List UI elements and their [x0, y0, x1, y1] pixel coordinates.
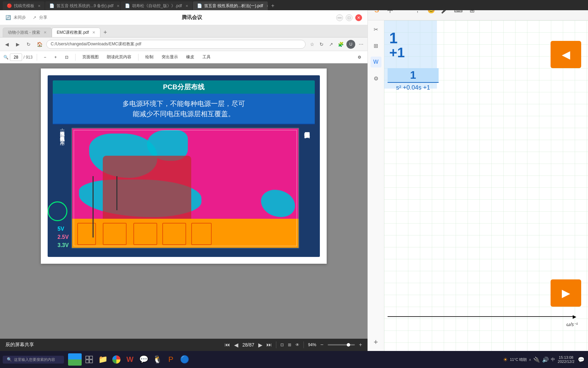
taskbar-apps: 📁 W 💬 🐧 P 🔵 — [68, 353, 191, 366]
tray-volume-icon[interactable]: 🔊 — [542, 356, 549, 363]
tencent-maximize[interactable]: □ — [346, 14, 353, 21]
taskbar-task-view[interactable] — [83, 353, 95, 366]
outer-tab-4[interactable]: 📄 笛五音 线性系统的...析法(一).pdf ✕ — [193, 1, 268, 10]
separator-2 — [75, 54, 76, 61]
bookmark-icon[interactable]: ☆ — [308, 41, 316, 48]
draw-btn[interactable]: 绘制 — [143, 53, 156, 61]
settings-btn[interactable]: ⚙ — [355, 54, 364, 60]
fit-btn[interactable]: ⊡ — [62, 54, 71, 60]
tencent-minimize[interactable]: — — [336, 14, 343, 21]
nav-next-btn[interactable]: ▶ — [258, 342, 262, 348]
tab4-close[interactable]: ✕ — [266, 4, 268, 8]
nav-prev-btn[interactable]: ◀ — [234, 342, 238, 348]
slide-title: PCB分层布线 — [163, 83, 205, 91]
address-input[interactable]: C:/Users/changedai/Downloads/EMC课程教案.pdf — [46, 40, 306, 49]
pdf-page: PCB分层布线 多电源环境下，不能每种电源一层，尽可 能减少不同电压电源层相互覆… — [41, 68, 327, 264]
tab1-close[interactable]: ✕ — [38, 4, 40, 8]
tab-emc-label: EMC课程教案.pdf — [57, 30, 89, 35]
taskbar-explorer[interactable]: 📁 — [97, 353, 109, 366]
weather-sun-icon: ☀ — [503, 356, 508, 363]
view-icon[interactable]: 👁 — [295, 342, 299, 347]
pdf-page-input[interactable] — [10, 53, 22, 61]
profile-avatar[interactable]: U — [346, 40, 355, 49]
nav-back[interactable]: ◀ — [3, 40, 11, 48]
taskbar-search[interactable]: 🔍 这里输入您要搜索的内容 — [3, 356, 64, 364]
tab2-label: 笛五音 线性系统的...9 备份).pdf — [56, 3, 113, 9]
tab2-close[interactable]: ✕ — [117, 4, 119, 8]
fit-page-btn[interactable]: ⊡ — [280, 342, 284, 347]
tray-input-icon[interactable]: 中 — [551, 357, 555, 363]
pdf-search-icon[interactable]: 🔍 — [3, 55, 9, 60]
tab3-close[interactable]: ✕ — [185, 4, 188, 8]
voltage-33v: 3.3V — [58, 242, 69, 248]
weather-temp: 11°C 晴朗 — [510, 357, 527, 362]
rs-compare-icon[interactable]: ⊞ — [371, 40, 381, 51]
erase-btn[interactable]: 橡皮 — [183, 53, 197, 61]
rs-office-icon[interactable]: W — [371, 57, 381, 67]
taskbar-ppt[interactable]: P — [165, 353, 177, 366]
taskbar-wps[interactable]: W — [124, 353, 136, 366]
rs-crop-icon[interactable]: ✂ — [371, 24, 381, 35]
slide-main-text2: 能减少不同电压电源层相互覆盖。 — [60, 109, 308, 119]
refresh-icon[interactable]: ↻ — [318, 41, 325, 48]
sep-2 — [304, 341, 304, 348]
tray-chevron[interactable]: ∧ — [529, 358, 531, 362]
browser-tab-search-close[interactable]: ✕ — [44, 30, 47, 35]
zoom-in-btn[interactable]: + — [52, 54, 60, 60]
slide-main-text: 多电源环境下，不能每种电源一层，尽可 — [60, 98, 308, 109]
orange-play-left[interactable]: ◀ — [551, 41, 581, 68]
pcb-trace2 — [116, 176, 117, 210]
page-display: 28/87 — [242, 342, 254, 348]
tab3-favicon: 📄 — [125, 3, 130, 8]
math-num-1: 1 — [389, 31, 405, 46]
share-icon[interactable]: ↗ — [327, 41, 335, 48]
zoom-plus[interactable]: + — [359, 342, 362, 348]
search-icon: 🔍 — [7, 357, 12, 362]
zoom-slider[interactable] — [328, 344, 355, 346]
notification-btn[interactable]: 💬 — [577, 355, 585, 364]
browser-tab-search[interactable]: 动物小游戏 - 搜索 ✕ — [3, 28, 52, 37]
nav-last-btn[interactable]: ⏭ — [266, 342, 272, 348]
browser-tab-bar: 动物小游戏 - 搜索 ✕ EMC课程教案.pdf ✕ + — [0, 25, 368, 37]
right-content: ✂ ⊞ W ⚙ + 1 +1 — [368, 20, 588, 351]
taskbar-clock[interactable]: 15:13:08 2022/12/2 — [558, 355, 574, 364]
outer-tab-1[interactable]: 🔴 找稿壳模板 ✕ — [3, 1, 45, 10]
read-btn[interactable]: 朗读此页内容 — [104, 53, 134, 61]
taskbar-browser-app[interactable] — [110, 353, 122, 366]
highlight-btn[interactable]: 突出显示 — [159, 53, 181, 61]
nav-first-btn[interactable]: ⏮ — [225, 342, 230, 348]
time-display: 15:13:08 — [559, 355, 573, 359]
outer-tab-3[interactable]: 📄 胡寿松《自动控_版》》.pdf ✕ — [121, 1, 192, 10]
math-plus-1: +1 — [389, 46, 405, 59]
math-arrow-line: ▶ — [388, 316, 574, 317]
wallpaper-icon[interactable] — [68, 353, 82, 366]
orange-play-right[interactable]: ▶ — [551, 279, 581, 307]
taskbar-tencent[interactable]: 🐧 — [151, 353, 163, 366]
math-frac-den: s² +0.04s +1 — [388, 83, 439, 93]
zoom-slider-thumb[interactable] — [347, 343, 350, 347]
rs-settings-icon[interactable]: ⚙ — [371, 73, 381, 84]
fit-width-btn[interactable]: ⊞ — [288, 342, 291, 347]
browser-tab-emc-close[interactable]: ✕ — [92, 30, 95, 35]
tools-btn[interactable]: 工具 — [200, 53, 213, 61]
outer-tab-2[interactable]: 📄 笛五音 线性系统的...9 备份).pdf ✕ — [45, 1, 120, 10]
tab2-favicon: 📄 — [49, 3, 54, 8]
tencent-close[interactable]: ✕ — [355, 14, 362, 21]
page-view-btn[interactable]: 页面视图 — [80, 53, 101, 61]
zoom-out-btn[interactable]: − — [41, 54, 49, 60]
nav-home[interactable]: 🏠 — [35, 40, 44, 48]
pdf-page-total: / 913 — [23, 55, 33, 60]
nav-refresh[interactable]: ↻ — [24, 40, 33, 48]
ext-icon[interactable]: 🧩 — [337, 41, 344, 48]
outer-tab-add[interactable]: + — [268, 1, 277, 10]
nav-forward[interactable]: ▶ — [14, 40, 22, 48]
taskbar-meeting[interactable]: 🔵 — [178, 353, 191, 366]
search-placeholder: 这里输入您要搜索的内容 — [14, 357, 55, 362]
taskbar-wechat[interactable]: 💬 — [137, 353, 150, 366]
tab-add-button[interactable]: + — [100, 28, 110, 37]
more-icon[interactable]: ⋯ — [357, 41, 365, 48]
rs-add-icon[interactable]: + — [371, 337, 381, 348]
zoom-minus[interactable]: − — [320, 342, 323, 348]
pcb-orange-rect4 — [162, 223, 186, 245]
browser-tab-emc[interactable]: EMC课程教案.pdf ✕ — [52, 28, 101, 37]
